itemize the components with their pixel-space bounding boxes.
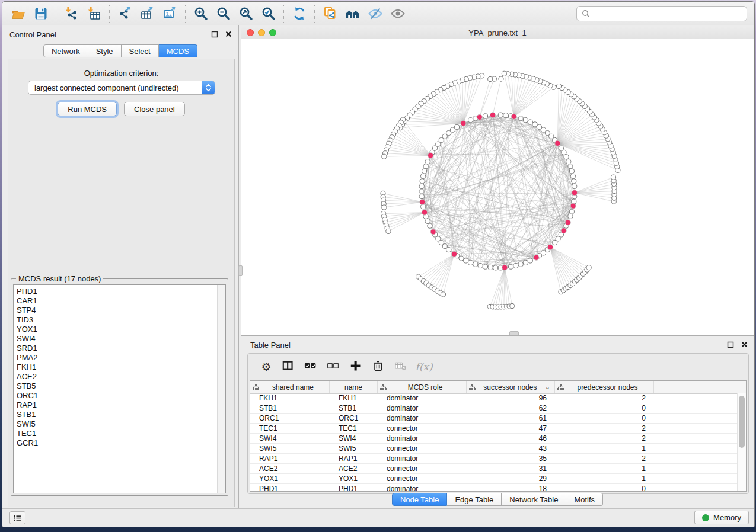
table-cell[interactable]: ACE2 xyxy=(330,464,378,473)
column-header-predecessor-nodes[interactable]: predecessor nodes xyxy=(555,381,654,393)
zoom-fit-button[interactable] xyxy=(235,4,257,23)
table-cell[interactable]: 35 xyxy=(467,454,555,463)
open-file-button[interactable] xyxy=(7,4,30,23)
list-item[interactable]: PHD1 xyxy=(17,287,217,296)
tab-select[interactable]: Select xyxy=(122,44,159,57)
table-cell[interactable]: 61 xyxy=(467,414,555,423)
table-cell[interactable]: 1 xyxy=(555,444,654,453)
mcds-result-list[interactable]: PHD1CAR1STP4TID3YOX1SWI4SRD1PMA2FKH1ACE2… xyxy=(13,284,226,493)
table-cell[interactable]: PHD1 xyxy=(330,484,378,492)
list-item[interactable]: CAR1 xyxy=(17,296,217,306)
vertical-splitter-handle[interactable] xyxy=(238,265,243,276)
column-header-shared-name[interactable]: shared name xyxy=(250,381,330,393)
table-cell[interactable]: ORC1 xyxy=(250,414,330,423)
list-item[interactable]: STP4 xyxy=(17,306,217,315)
list-item[interactable]: FKH1 xyxy=(17,363,217,372)
table-cell[interactable]: FKH1 xyxy=(330,393,378,403)
table-cell[interactable]: SWI5 xyxy=(330,444,378,453)
table-cell[interactable]: ACE2 xyxy=(250,464,330,473)
table-cell[interactable]: 2 xyxy=(555,454,654,463)
table-cell[interactable]: connector xyxy=(378,474,467,483)
table-cell[interactable]: YOX1 xyxy=(250,474,330,483)
table-cell[interactable]: 2 xyxy=(555,434,654,443)
table-row[interactable]: TEC1TEC1connector472 xyxy=(250,424,738,434)
export-image-button[interactable] xyxy=(159,4,181,23)
table-cell[interactable]: dominator xyxy=(378,393,467,403)
table-cell[interactable]: dominator xyxy=(378,454,467,463)
table-cell[interactable]: TEC1 xyxy=(330,424,378,433)
float-table-panel-button[interactable] xyxy=(726,341,735,348)
tab-edge-table[interactable]: Edge Table xyxy=(447,493,502,506)
export-network-button[interactable] xyxy=(114,4,136,23)
zoom-selected-button[interactable] xyxy=(257,4,280,23)
column-header-successor-nodes[interactable]: successor nodes⌄ xyxy=(467,381,555,393)
table-cell[interactable]: 29 xyxy=(467,474,555,483)
table-cell[interactable]: RAP1 xyxy=(250,454,330,463)
tab-network-table[interactable]: Network Table xyxy=(502,493,566,506)
table-cell[interactable]: 96 xyxy=(467,393,555,403)
table-cell[interactable]: connector xyxy=(378,424,467,433)
table-cell[interactable]: dominator xyxy=(378,403,467,413)
import-network-button[interactable] xyxy=(60,4,83,23)
table-row[interactable]: RAP1RAP1dominator352 xyxy=(250,454,738,464)
tab-network[interactable]: Network xyxy=(43,44,88,57)
table-cell[interactable]: 18 xyxy=(467,484,555,492)
table-cell[interactable]: 1 xyxy=(555,474,654,483)
memory-button[interactable]: Memory xyxy=(694,511,749,524)
mcds-list-scrollbar[interactable] xyxy=(217,285,225,493)
table-cell[interactable]: dominator xyxy=(378,434,467,443)
export-table-button[interactable] xyxy=(136,4,159,23)
list-item[interactable]: ACE2 xyxy=(17,372,217,382)
table-cell[interactable]: 0 xyxy=(555,414,654,423)
table-cell[interactable]: connector xyxy=(378,444,467,453)
select-all-button[interactable] xyxy=(301,357,321,376)
table-cell[interactable]: TEC1 xyxy=(250,424,330,433)
list-item[interactable]: STB5 xyxy=(17,382,217,391)
table-row[interactable]: SWI4SWI4dominator462 xyxy=(250,434,738,444)
save-session-button[interactable] xyxy=(30,4,52,23)
table-cell[interactable]: 46 xyxy=(467,434,555,443)
list-item[interactable]: SRD1 xyxy=(17,344,217,353)
table-row[interactable]: SWI5SWI5connector431 xyxy=(250,444,738,454)
task-history-button[interactable] xyxy=(9,511,25,524)
table-cell[interactable]: ORC1 xyxy=(330,414,378,423)
table-cell[interactable]: dominator xyxy=(378,414,467,423)
table-cell[interactable]: PHD1 xyxy=(250,484,330,492)
table-cell[interactable]: STB1 xyxy=(250,403,330,413)
column-visibility-button[interactable] xyxy=(279,357,299,376)
table-row[interactable]: ACE2ACE2connector311 xyxy=(250,464,738,474)
table-row[interactable]: FKH1FKH1dominator962 xyxy=(250,393,738,403)
search-field[interactable] xyxy=(576,6,747,21)
table-row[interactable]: ORC1ORC1dominator610 xyxy=(250,414,738,424)
table-cell[interactable]: 43 xyxy=(467,444,555,453)
column-header-MCDS-role[interactable]: MCDS role xyxy=(378,381,467,393)
deselect-all-button[interactable] xyxy=(324,357,344,376)
import-table-button[interactable] xyxy=(83,4,106,23)
network-view[interactable] xyxy=(241,39,754,335)
table-row[interactable]: YOX1YOX1connector291 xyxy=(250,474,738,484)
table-cell[interactable]: dominator xyxy=(378,484,467,492)
table-cell[interactable]: 1 xyxy=(555,464,654,473)
tab-node-table[interactable]: Node Table xyxy=(392,493,448,506)
show-all-button[interactable] xyxy=(387,4,409,23)
table-cell[interactable]: 0 xyxy=(555,484,654,492)
float-panel-button[interactable] xyxy=(210,30,219,38)
first-neighbors-button[interactable] xyxy=(342,4,364,23)
table-cell[interactable]: YOX1 xyxy=(330,474,378,483)
list-item[interactable]: SWI5 xyxy=(17,419,217,429)
list-item[interactable]: GCR1 xyxy=(17,438,217,448)
table-cell[interactable]: SWI5 xyxy=(250,444,330,453)
close-panel-button[interactable] xyxy=(224,30,232,38)
table-cell[interactable]: 31 xyxy=(467,464,555,473)
list-item[interactable]: TEC1 xyxy=(17,429,217,438)
list-item[interactable]: SWI4 xyxy=(17,334,217,344)
network-graph[interactable] xyxy=(241,39,754,335)
run-mcds-button[interactable]: Run MCDS xyxy=(58,102,117,116)
criterion-dropdown[interactable]: largest connected component (undirected) xyxy=(28,81,215,95)
tab-style[interactable]: Style xyxy=(88,44,122,57)
list-item[interactable]: STB1 xyxy=(17,410,217,419)
search-input[interactable] xyxy=(594,7,747,20)
duplicate-network-button[interactable] xyxy=(319,4,342,23)
table-cell[interactable]: SWI4 xyxy=(330,434,378,443)
list-item[interactable]: PMA2 xyxy=(17,353,217,363)
